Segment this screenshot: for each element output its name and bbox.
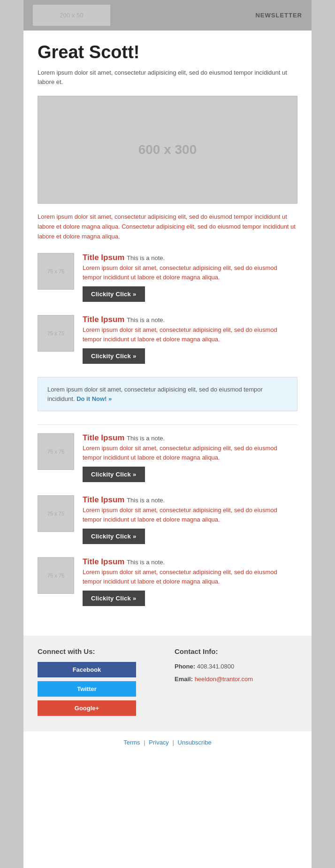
facebook-button[interactable]: Facebook xyxy=(38,662,136,677)
article-note: This is a note. xyxy=(127,559,165,566)
footer-contact: Contact Info: Phone: 408.341.0800 Email:… xyxy=(175,647,297,720)
article-thumb: 75 x 75 xyxy=(38,495,74,532)
logo-label: 200 x 50 xyxy=(60,12,84,19)
separator-1: | xyxy=(144,739,145,746)
thumb-label: 75 x 75 xyxy=(47,573,64,578)
logo: 200 x 50 xyxy=(33,5,110,26)
hero-image-label: 600 x 300 xyxy=(138,142,197,157)
terms-link[interactable]: Terms xyxy=(123,739,140,746)
bottom-links: Terms | Privacy | Unsubscribe xyxy=(23,731,312,753)
phone-label: Phone: xyxy=(175,663,195,670)
clickity-click-button-4[interactable]: Clickity Click » xyxy=(83,529,145,544)
nav-label: NEWSLETTER xyxy=(255,12,302,19)
main-content: Great Scott! Lorem ipsum dolor sit amet,… xyxy=(23,31,312,631)
cta-box: Lorem ipsum dolor sit amet, consectetur … xyxy=(38,377,297,411)
article-note: This is a note. xyxy=(127,254,165,261)
article-title: Title Ipsum This is a note. xyxy=(83,315,297,324)
contact-phone: Phone: 408.341.0800 xyxy=(175,662,297,672)
page-title: Great Scott! xyxy=(38,42,297,62)
red-paragraph: Lorem ipsum dolor sit amet, consectetur … xyxy=(38,212,297,241)
article-title: Title Ipsum This is a note. xyxy=(83,253,297,262)
article-title-text: Title Ipsum xyxy=(83,557,124,566)
clickity-click-button-2[interactable]: Clickity Click » xyxy=(83,348,145,364)
cta-link[interactable]: Do it Now! » xyxy=(76,395,112,402)
clickity-click-button-1[interactable]: Clickity Click » xyxy=(83,286,145,302)
article-thumb: 75 x 75 xyxy=(38,433,74,470)
thumb-label: 75 x 75 xyxy=(47,449,64,454)
footer-grid: Connect with Us: Facebook Twitter Google… xyxy=(38,647,297,720)
article-body: Lorem ipsum dolor sit amet, consectetur … xyxy=(83,568,297,586)
article-note: This is a note. xyxy=(127,497,165,504)
unsubscribe-link[interactable]: Unsubscribe xyxy=(178,739,212,746)
article-thumb: 75 x 75 xyxy=(38,315,74,352)
article-content: Title Ipsum This is a note. Lorem ipsum … xyxy=(83,557,297,606)
article-title-text: Title Ipsum xyxy=(83,495,124,504)
article-title: Title Ipsum This is a note. xyxy=(83,495,297,505)
twitter-button[interactable]: Twitter xyxy=(38,681,136,697)
article-item: 75 x 75 Title Ipsum This is a note. Lore… xyxy=(38,495,297,544)
thumb-label: 75 x 75 xyxy=(47,511,64,516)
article-thumb: 75 x 75 xyxy=(38,253,74,290)
google-button[interactable]: Google+ xyxy=(38,700,136,716)
connect-title: Connect with Us: xyxy=(38,647,160,655)
article-title-text: Title Ipsum xyxy=(83,315,124,324)
article-body: Lorem ipsum dolor sit amet, consectetur … xyxy=(83,506,297,524)
article-note: This is a note. xyxy=(127,435,165,442)
article-body: Lorem ipsum dolor sit amet, consectetur … xyxy=(83,263,297,282)
article-content: Title Ipsum This is a note. Lorem ipsum … xyxy=(83,315,297,364)
article-title: Title Ipsum This is a note. xyxy=(83,433,297,443)
divider xyxy=(38,424,297,425)
article-content: Title Ipsum This is a note. Lorem ipsum … xyxy=(83,495,297,544)
hero-image: 600 x 300 xyxy=(38,96,297,204)
header: 200 x 50 NEWSLETTER xyxy=(23,0,312,31)
clickity-click-button-3[interactable]: Clickity Click » xyxy=(83,467,145,482)
article-content: Title Ipsum This is a note. Lorem ipsum … xyxy=(83,433,297,482)
email-link[interactable]: heeldon@trantor.com xyxy=(195,676,253,683)
contact-email: Email: heeldon@trantor.com xyxy=(175,675,297,684)
article-title-text: Title Ipsum xyxy=(83,433,124,442)
intro-text: Lorem ipsum dolor sit amet, consectetur … xyxy=(38,68,297,86)
article-title-text: Title Ipsum xyxy=(83,253,124,262)
article-title: Title Ipsum This is a note. xyxy=(83,557,297,567)
article-item: 75 x 75 Title Ipsum This is a note. Lore… xyxy=(38,433,297,482)
phone-value: 408.341.0800 xyxy=(197,663,235,670)
thumb-label: 75 x 75 xyxy=(47,269,64,274)
article-note: This is a note. xyxy=(127,316,165,323)
contact-title: Contact Info: xyxy=(175,647,297,655)
article-body: Lorem ipsum dolor sit amet, consectetur … xyxy=(83,325,297,344)
article-item: 75 x 75 Title Ipsum This is a note. Lore… xyxy=(38,315,297,364)
separator-2: | xyxy=(173,739,174,746)
article-thumb: 75 x 75 xyxy=(38,557,74,594)
footer-connect: Connect with Us: Facebook Twitter Google… xyxy=(38,647,160,720)
email-label: Email: xyxy=(175,676,193,683)
article-content: Title Ipsum This is a note. Lorem ipsum … xyxy=(83,253,297,302)
thumb-label: 75 x 75 xyxy=(47,330,64,336)
privacy-link[interactable]: Privacy xyxy=(149,739,169,746)
clickity-click-button-5[interactable]: Clickity Click » xyxy=(83,591,145,606)
article-item: 75 x 75 Title Ipsum This is a note. Lore… xyxy=(38,253,297,302)
article-body: Lorem ipsum dolor sit amet, consectetur … xyxy=(83,444,297,462)
article-item: 75 x 75 Title Ipsum This is a note. Lore… xyxy=(38,557,297,606)
footer: Connect with Us: Facebook Twitter Google… xyxy=(23,636,312,731)
